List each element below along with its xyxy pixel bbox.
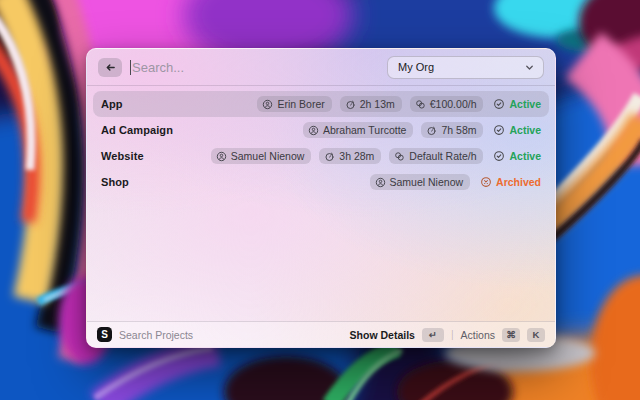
time-badge: 3h 28m xyxy=(319,148,381,164)
result-row-ad-campaign[interactable]: Ad Campaign Abraham Turcotte 7h 58m xyxy=(93,117,549,143)
org-selector[interactable]: My Org xyxy=(387,56,544,79)
rate-badge: €100.00/h xyxy=(410,96,484,112)
badge-label: Samuel Nienow xyxy=(231,150,305,162)
member-badge: Samuel Nienow xyxy=(211,148,312,164)
footer-divider: | xyxy=(451,329,454,340)
person-icon xyxy=(375,177,386,188)
badge-label: Erin Borer xyxy=(277,98,324,110)
badge-label: €100.00/h xyxy=(430,98,477,110)
project-name: Ad Campaign xyxy=(101,124,173,136)
person-icon xyxy=(262,99,273,110)
result-row-shop[interactable]: Shop Samuel Nienow Archived xyxy=(93,169,549,195)
timer-icon xyxy=(324,151,335,162)
check-circle-icon xyxy=(493,150,505,162)
project-name: Shop xyxy=(101,176,129,188)
row-badges: Samuel Nienow 3h 28m Default Rate/h xyxy=(211,148,484,164)
project-name: Website xyxy=(101,150,144,162)
project-name: App xyxy=(101,98,123,110)
member-badge: Erin Borer xyxy=(257,96,331,112)
badge-label: Samuel Nienow xyxy=(390,176,464,188)
org-selector-value: My Org xyxy=(398,61,524,73)
status-badge: Active xyxy=(493,98,541,110)
search-field-wrap xyxy=(130,60,379,75)
coins-icon xyxy=(394,151,405,162)
x-circle-icon xyxy=(480,176,492,188)
status-badge: Active xyxy=(493,124,541,136)
status-label: Active xyxy=(509,124,541,136)
status-badge: Active xyxy=(493,150,541,162)
person-icon xyxy=(308,125,319,136)
badge-label: 3h 28m xyxy=(339,150,374,162)
person-icon xyxy=(216,151,227,162)
timer-icon xyxy=(345,99,356,110)
badge-label: Abraham Turcotte xyxy=(323,124,406,136)
timer-icon xyxy=(426,125,437,136)
arrow-left-icon xyxy=(104,61,117,74)
check-circle-icon xyxy=(493,98,505,110)
text-caret xyxy=(130,60,131,75)
row-badges: Abraham Turcotte 7h 58m xyxy=(303,122,484,138)
rate-badge: Default Rate/h xyxy=(389,148,483,164)
results-list: App Erin Borer 2h 13m xyxy=(87,86,555,195)
palette-header: My Org xyxy=(87,49,555,86)
time-badge: 7h 58m xyxy=(421,122,483,138)
member-badge: Samuel Nienow xyxy=(370,174,471,190)
palette-footer: S Search Projects Show Details ↵ | Actio… xyxy=(87,321,555,347)
app-logo: S xyxy=(97,327,112,342)
status-label: Archived xyxy=(496,176,541,188)
badge-label: 7h 58m xyxy=(441,124,476,136)
result-row-app[interactable]: App Erin Borer 2h 13m xyxy=(93,91,549,117)
row-badges: Erin Borer 2h 13m €100.00/h xyxy=(257,96,483,112)
command-key-icon: ⌘ xyxy=(502,328,520,342)
chevron-down-icon xyxy=(524,62,535,73)
status-badge: Archived xyxy=(480,176,541,188)
status-label: Active xyxy=(509,98,541,110)
status-label: Active xyxy=(509,150,541,162)
footer-context-label: Search Projects xyxy=(119,329,193,341)
badge-label: Default Rate/h xyxy=(409,150,476,162)
member-badge: Abraham Turcotte xyxy=(303,122,413,138)
actions-button[interactable]: Actions xyxy=(461,329,495,341)
result-row-website[interactable]: Website Samuel Nienow 3h 28m xyxy=(93,143,549,169)
time-badge: 2h 13m xyxy=(340,96,402,112)
k-key-icon: K xyxy=(527,328,545,342)
show-details-button[interactable]: Show Details xyxy=(350,329,415,341)
return-key-icon: ↵ xyxy=(422,328,444,342)
search-palette-window: My Org App Erin Borer xyxy=(86,48,556,348)
coins-icon xyxy=(415,99,426,110)
badge-label: 2h 13m xyxy=(360,98,395,110)
search-input[interactable] xyxy=(132,60,379,75)
row-badges: Samuel Nienow xyxy=(370,174,471,190)
back-button[interactable] xyxy=(98,58,122,77)
footer-actions: Show Details ↵ | Actions ⌘ K xyxy=(350,328,545,342)
desktop: My Org App Erin Borer xyxy=(0,0,640,400)
check-circle-icon xyxy=(493,124,505,136)
